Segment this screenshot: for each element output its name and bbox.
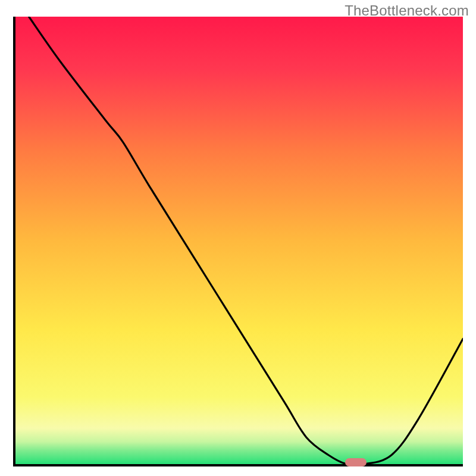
gradient-background (15, 17, 463, 464)
plot-area (13, 17, 463, 466)
optimal-marker (345, 458, 367, 466)
chart-stage: TheBottleneck.com (0, 0, 476, 476)
chart-svg (15, 17, 463, 464)
